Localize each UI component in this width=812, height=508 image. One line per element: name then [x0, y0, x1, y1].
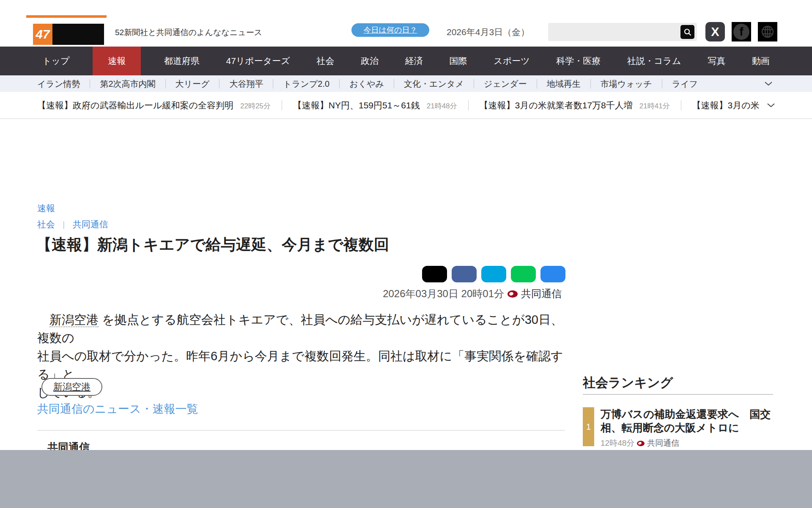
ticker-separator	[468, 100, 469, 110]
breadcrumb-sokuho[interactable]: 速報	[37, 202, 55, 214]
subnav-item-regional[interactable]: 地域再生	[537, 79, 591, 88]
ranking-headline: 万博バスの補助金返還要求へ 国交相、転用断念の大阪メトロに	[601, 408, 771, 433]
ticker-item[interactable]: 【速報】NY円、159円51～61銭 21時48分	[293, 99, 457, 111]
today-button[interactable]: 今日は何の日？	[351, 23, 429, 37]
topic-subnav: イラン情勢 第2次高市内閣 大リーグ 大谷翔平 トランプ2.0 おくやみ 文化・…	[0, 75, 812, 92]
breadcrumb-separator: ｜	[60, 219, 68, 229]
search-icon	[683, 28, 692, 37]
ticker-item[interactable]: 【速報】3月の米	[692, 99, 759, 111]
ranking-source: 共同通信	[647, 438, 679, 449]
niigata-airport-link[interactable]: 新潟空港	[49, 313, 99, 327]
subnav-item-market[interactable]: 市場ウォッチ	[591, 79, 662, 88]
nav-item-economy[interactable]: 経済	[402, 47, 426, 75]
page: 47 52新聞社と共同通信のよんななニュース 今日は何の日？ 2026年4月3日…	[0, 0, 812, 508]
nav-item-photo[interactable]: 写真	[704, 47, 729, 75]
share-line-button[interactable]	[511, 266, 536, 282]
share-buttons	[422, 266, 565, 282]
kyodo-news-list-link[interactable]: 共同通信のニュース・速報一覧	[37, 401, 198, 417]
site-header: 47 52新聞社と共同通信のよんななニュース 今日は何の日？ 2026年4月3日…	[0, 0, 812, 47]
article-dateline: 2026年03月30日 20時01分 共同通信	[359, 287, 562, 301]
ticker-expand-button[interactable]	[767, 103, 775, 108]
nav-item-editorial-column[interactable]: 社説・コラム	[624, 47, 684, 75]
chevron-down-icon	[765, 82, 772, 86]
breadcrumb: 社会 ｜ 共同通信	[37, 218, 108, 230]
nav-item-top[interactable]: トップ	[39, 47, 73, 75]
facebook-icon: f	[733, 24, 749, 40]
ranking-time: 12時48分	[601, 438, 634, 449]
logo-accent-line	[26, 15, 107, 18]
subnav-item-iran[interactable]: イラン情勢	[37, 79, 90, 88]
subnav-item-culture[interactable]: 文化・エンタメ	[394, 79, 474, 88]
share-hatena-button[interactable]	[481, 266, 506, 282]
logo-wordmark	[52, 24, 104, 45]
subnav-item-trump[interactable]: トランプ2.0	[273, 79, 340, 88]
facebook-social-button[interactable]: f	[732, 22, 751, 41]
subnav-item-okuyami[interactable]: おくやみ	[340, 79, 394, 88]
kyodo-logo-icon	[508, 290, 518, 298]
share-facebook-button[interactable]	[452, 266, 477, 282]
nav-item-video[interactable]: 動画	[749, 47, 773, 75]
subnav-item-cabinet[interactable]: 第2次高市内閣	[90, 79, 165, 88]
category-link-society[interactable]: 社会	[37, 218, 55, 230]
site-logo[interactable]: 47	[33, 24, 104, 45]
nav-item-47reporters[interactable]: 47リポーターズ	[223, 47, 294, 75]
globe-icon	[760, 24, 775, 39]
article-body: 新潟空港 を拠点とする航空会社トキエアで、社員への給与支払いが遅れていることが3…	[37, 311, 566, 402]
rank-number-badge: 1	[583, 407, 594, 446]
article-datetime: 2026年03月30日 20時01分	[383, 287, 504, 301]
main-nav: トップ 速報 都道府県 47リポーターズ 社会 政治 経済 国際 スポーツ 科学…	[0, 47, 812, 75]
article-title: 【速報】新潟トキエアで給与遅延、今月まで複数回	[36, 235, 389, 255]
chevron-down-icon	[767, 103, 775, 108]
breaking-news-ticker: 【速報】政府の武器輸出ルール緩和案の全容判明 22時25分 【速報】NY円、15…	[0, 92, 812, 119]
subnav-item-life[interactable]: ライフ	[662, 79, 708, 88]
site-tagline: 52新聞社と共同通信のよんななニュース	[115, 27, 262, 38]
search-box	[548, 23, 697, 41]
ticker-item[interactable]: 【速報】3月の米就業者数17万8千人増 21時41分	[480, 99, 670, 111]
ticker-separator	[282, 100, 282, 110]
nav-item-science-medical[interactable]: 科学・医療	[553, 47, 604, 75]
header-date: 2026年4月3日（金）	[447, 26, 529, 38]
x-icon: X	[711, 25, 719, 39]
section-divider	[37, 430, 565, 431]
subnav-item-mlb[interactable]: 大リーグ	[166, 79, 220, 88]
share-other-button[interactable]	[540, 266, 565, 282]
nav-item-international[interactable]: 国際	[446, 47, 471, 75]
ranking-divider	[583, 394, 773, 395]
ranking-meta: 12時48分 共同通信	[601, 438, 775, 449]
ranking-item-1[interactable]: 1 万博バスの補助金返還要求へ 国交相、転用断念の大阪メトロに 12時48分 共…	[583, 407, 775, 449]
globe-social-button[interactable]	[758, 22, 777, 41]
subnav-item-gender[interactable]: ジェンダー	[474, 79, 537, 88]
share-x-button[interactable]	[422, 266, 447, 282]
nav-item-society[interactable]: 社会	[313, 47, 338, 75]
x-social-button[interactable]: X	[705, 22, 725, 41]
subnav-expand-button[interactable]	[765, 82, 772, 86]
nav-item-sokuho[interactable]: 速報	[93, 47, 141, 75]
nav-item-politics[interactable]: 政治	[357, 47, 382, 75]
nav-item-prefectures[interactable]: 都道府県	[161, 47, 203, 75]
search-input[interactable]	[548, 23, 677, 41]
tag-niigata-airport[interactable]: 新潟空港	[41, 378, 102, 396]
society-ranking-title: 社会ランキング	[583, 374, 673, 392]
ticker-separator	[681, 100, 681, 110]
logo-47-badge: 47	[33, 24, 52, 45]
bottom-overlay-banner: ✕	[0, 450, 812, 508]
article-agency: 共同通信	[521, 287, 562, 301]
ticker-item[interactable]: 【速報】政府の武器輸出ルール緩和案の全容判明 22時25分	[37, 99, 271, 111]
kyodo-logo-icon	[637, 441, 645, 446]
search-button[interactable]	[680, 25, 694, 39]
nav-item-sports[interactable]: スポーツ	[490, 47, 533, 75]
subnav-item-ohtani[interactable]: 大谷翔平	[219, 79, 273, 88]
source-link-kyodo[interactable]: 共同通信	[73, 218, 108, 230]
